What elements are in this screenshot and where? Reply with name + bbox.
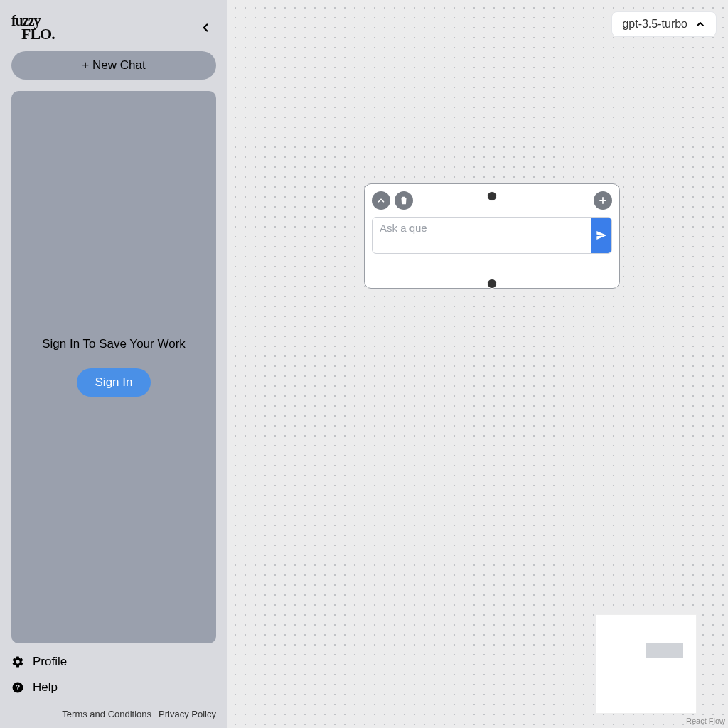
help-label: Help <box>33 680 58 695</box>
privacy-link[interactable]: Privacy Policy <box>159 709 216 719</box>
app-logo: fuzzy FLO. <box>11 14 55 41</box>
question-input[interactable] <box>373 218 592 240</box>
logo-text-bottom: FLO. <box>21 27 55 41</box>
minimap[interactable] <box>596 614 697 714</box>
chevron-left-icon <box>199 21 212 34</box>
node-handle-bottom[interactable] <box>487 279 497 289</box>
node-handle-top[interactable] <box>487 191 497 201</box>
sidebar-header: fuzzy FLO. <box>0 9 228 51</box>
model-selected-label: gpt-3.5-turbo <box>622 18 687 31</box>
new-chat-button[interactable]: + New Chat <box>11 51 216 80</box>
collapse-sidebar-button[interactable] <box>195 17 216 38</box>
node-body <box>372 254 612 281</box>
model-selector[interactable]: gpt-3.5-turbo <box>611 11 717 37</box>
chat-node[interactable] <box>364 183 620 289</box>
send-button[interactable] <box>592 218 611 253</box>
node-delete-button[interactable] <box>395 191 413 210</box>
sidebar-footer: Profile ? Help Terms and Conditions Priv… <box>0 643 228 728</box>
flow-canvas[interactable]: gpt-3.5-turbo <box>228 0 728 728</box>
node-collapse-button[interactable] <box>372 191 390 210</box>
terms-link[interactable]: Terms and Conditions <box>62 709 151 719</box>
node-input-row <box>372 217 612 254</box>
node-add-button[interactable] <box>594 191 612 210</box>
trash-icon <box>399 196 409 205</box>
plus-icon <box>598 196 608 205</box>
legal-links: Terms and Conditions Privacy Policy <box>11 706 216 722</box>
gear-icon <box>11 655 24 668</box>
svg-text:?: ? <box>16 683 20 692</box>
sign-in-prompt: Sign In To Save Your Work <box>42 337 186 351</box>
profile-label: Profile <box>33 655 67 669</box>
attribution-label: React Flow <box>686 717 725 725</box>
chevron-up-icon <box>695 18 706 30</box>
chevron-up-icon <box>376 196 386 205</box>
help-link[interactable]: ? Help <box>11 680 216 695</box>
sidebar: fuzzy FLO. + New Chat Sign In To Save Yo… <box>0 0 228 728</box>
minimap-node <box>646 643 683 658</box>
profile-link[interactable]: Profile <box>11 655 216 669</box>
sign-in-button[interactable]: Sign In <box>77 368 151 397</box>
paper-plane-icon <box>596 230 607 241</box>
sidebar-panel: Sign In To Save Your Work Sign In <box>11 91 216 643</box>
help-icon: ? <box>11 681 24 694</box>
